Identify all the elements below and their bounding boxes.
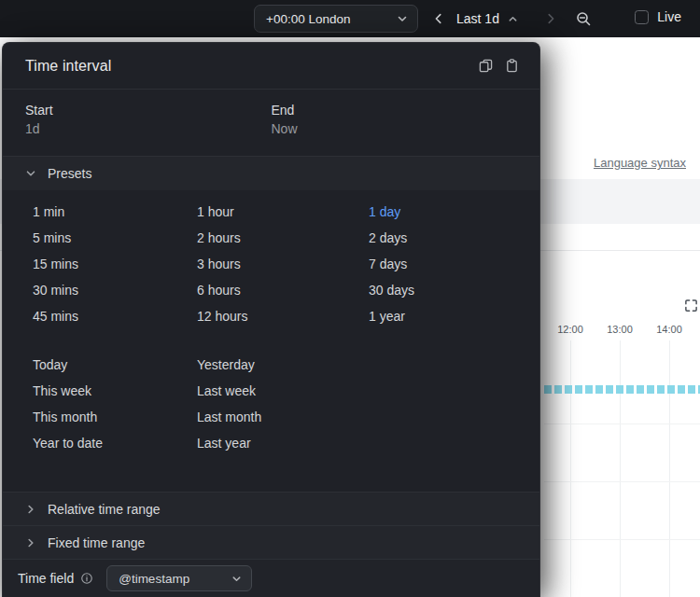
preset-item[interactable]: 1 min [33,199,64,225]
time-range-toggle[interactable]: Last 1d [456,7,518,30]
chevron-right-icon [544,12,557,25]
zoom-out-button[interactable] [571,7,595,31]
presets-named-grid: Today Yesterday This week Last week This… [3,352,539,456]
presets-section-label: Presets [48,166,91,181]
preset-item[interactable]: 30 days [369,277,414,303]
start-label: Start [25,103,272,118]
time-interval-popover: Time interval Start 1d End N [2,42,540,597]
preset-item[interactable]: 1 hour [197,199,234,225]
log-volume-histogram [544,385,700,394]
preset-item[interactable]: 5 mins [33,225,71,251]
live-label: Live [657,9,681,24]
x-axis-label: 12:00 [552,324,589,335]
chevron-down-icon [397,13,408,24]
popover-title: Time interval [25,58,472,75]
chart-gridline-vertical [620,340,621,597]
chevron-down-icon [25,168,36,179]
preset-item[interactable]: 12 hours [197,303,247,329]
relative-time-range-label: Relative time range [48,502,161,517]
preset-item[interactable]: 2 hours [197,225,241,251]
preset-item[interactable]: Today [33,352,67,378]
copy-icon [479,59,493,73]
chevron-left-icon [432,12,445,25]
info-icon[interactable] [80,572,93,585]
relative-time-range-toggle[interactable]: Relative time range [3,492,539,525]
zoom-out-icon [576,11,592,27]
chart-gridline-vertical [570,340,571,597]
preset-item[interactable]: 3 hours [197,251,241,277]
time-field-value: @timestamp [119,572,189,586]
preset-item[interactable]: 15 mins [33,251,78,277]
x-axis-label: 14:00 [651,324,688,335]
fixed-time-range-label: Fixed time range [48,535,145,550]
chart-fullscreen-button[interactable] [682,297,699,313]
live-checkbox[interactable] [635,10,649,24]
start-value: 1d [25,121,272,136]
preset-item[interactable]: Yesterday [197,352,255,378]
timezone-select[interactable]: +00:00 London [254,5,418,33]
end-column: End Now [272,103,518,156]
chevron-up-icon [508,14,518,24]
copy-interval-button[interactable] [472,53,498,79]
preset-item[interactable]: This week [33,378,91,404]
paste-interval-button[interactable] [498,53,525,79]
popover-header: Time interval [3,43,539,90]
time-field-label: Time field [18,571,74,586]
presets-grid: 1 min 1 hour 1 day 5 mins 2 hours 2 days… [3,199,539,329]
presets-section-toggle[interactable]: Presets [3,157,539,190]
popover-footer: Time field @timestamp [3,559,539,597]
preset-item[interactable]: 30 mins [33,277,78,303]
preset-item[interactable]: 2 days [369,225,407,251]
chevron-right-icon [25,504,36,515]
preset-item[interactable]: This month [33,404,97,430]
preset-item[interactable]: 6 hours [197,277,241,303]
time-range-label: Last 1d [456,11,499,26]
clipboard-icon [505,59,519,73]
chart-gridline-horizontal [544,481,700,482]
start-end-section: Start 1d End Now [3,90,539,157]
preset-item[interactable]: Last week [197,378,256,404]
fixed-time-range-toggle[interactable]: Fixed time range [3,525,539,559]
x-axis-label: 13:00 [601,324,638,335]
preset-item-selected[interactable]: 1 day [369,199,400,225]
start-column: Start 1d [25,103,272,156]
presets-group-gap [3,329,539,352]
shift-range-back-button[interactable] [427,7,450,30]
end-value: Now [272,121,518,136]
preset-item[interactable]: 45 mins [33,303,78,329]
live-toggle: Live [635,9,681,24]
language-syntax-link[interactable]: Language syntax [594,156,686,170]
shift-range-forward-button[interactable] [539,7,562,30]
topbar: +00:00 London Last 1d [0,0,700,37]
preset-item[interactable]: 1 year [369,303,405,329]
fullscreen-icon [684,298,698,312]
chart-gridline-vertical [669,340,670,597]
end-label: End [272,103,518,118]
chart-gridline-horizontal [544,539,700,540]
preset-item[interactable]: 7 days [369,251,407,277]
preset-item[interactable]: Year to date [33,430,103,456]
chevron-right-icon [25,537,36,548]
preset-item[interactable]: Last month [197,404,261,430]
preset-item[interactable]: Last year [197,430,251,456]
chart-gridline-horizontal [544,423,700,424]
chevron-down-icon [231,574,242,584]
presets-body: 1 min 1 hour 1 day 5 mins 2 hours 2 days… [3,190,539,492]
time-field-select[interactable]: @timestamp [106,565,252,591]
timezone-value: +00:00 London [266,12,350,26]
screen: Language syntax 12:00 13:00 14:00 +00:00… [0,0,700,597]
